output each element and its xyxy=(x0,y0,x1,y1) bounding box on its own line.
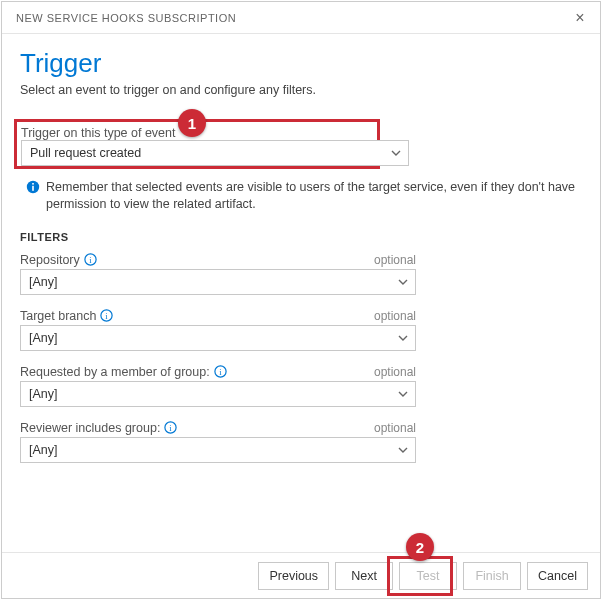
repository-select[interactable]: [Any] xyxy=(20,269,416,295)
info-text: Remember that selected events are visibl… xyxy=(46,179,582,213)
filter-target-branch: Target branch i optional [Any] xyxy=(20,309,582,351)
help-icon[interactable]: i xyxy=(100,309,113,322)
next-button[interactable]: Next xyxy=(335,562,393,590)
filter-label: Target branch xyxy=(20,309,96,323)
service-hooks-dialog: NEW SERVICE HOOKS SUBSCRIPTION × Trigger… xyxy=(1,1,601,599)
cancel-button[interactable]: Cancel xyxy=(527,562,588,590)
finish-button: Finish xyxy=(463,562,521,590)
previous-button[interactable]: Previous xyxy=(258,562,329,590)
filter-repository: Repository i optional [Any] xyxy=(20,253,582,295)
info-row: Remember that selected events are visibl… xyxy=(20,179,582,213)
requested-by-value: [Any] xyxy=(29,387,58,401)
reviewer-group-select[interactable]: [Any] xyxy=(20,437,416,463)
optional-tag: optional xyxy=(374,253,416,267)
reviewer-group-value: [Any] xyxy=(29,443,58,457)
svg-text:i: i xyxy=(170,423,173,433)
filters-section: Repository i optional [Any] xyxy=(20,253,582,463)
event-type-value: Pull request created xyxy=(30,146,141,160)
help-icon[interactable]: i xyxy=(214,365,227,378)
page-title: Trigger xyxy=(20,48,582,79)
filter-label: Reviewer includes group: xyxy=(20,421,160,435)
help-icon[interactable]: i xyxy=(164,421,177,434)
optional-tag: optional xyxy=(374,365,416,379)
event-type-select[interactable]: Pull request created xyxy=(21,140,409,166)
filter-requested-by: Requested by a member of group: i option… xyxy=(20,365,582,407)
help-icon[interactable]: i xyxy=(84,253,97,266)
filter-reviewer-group: Reviewer includes group: i optional [Any… xyxy=(20,421,582,463)
target-branch-select[interactable]: [Any] xyxy=(20,325,416,351)
dialog-footer: 2 Previous Next Test Finish Cancel xyxy=(2,552,600,598)
close-icon[interactable]: × xyxy=(570,9,590,27)
repository-value: [Any] xyxy=(29,275,58,289)
optional-tag: optional xyxy=(374,309,416,323)
svg-text:i: i xyxy=(219,367,222,377)
info-icon xyxy=(26,180,40,213)
requested-by-select[interactable]: [Any] xyxy=(20,381,416,407)
chevron-down-icon xyxy=(397,332,409,344)
page-subtitle: Select an event to trigger on and config… xyxy=(20,83,582,97)
filters-heading: FILTERS xyxy=(20,231,582,243)
annotation-badge-2: 2 xyxy=(406,533,434,561)
annotation-badge-1: 1 xyxy=(178,109,206,137)
filter-label: Requested by a member of group: xyxy=(20,365,210,379)
chevron-down-icon xyxy=(397,444,409,456)
dialog-header: NEW SERVICE HOOKS SUBSCRIPTION × xyxy=(2,2,600,34)
svg-rect-1 xyxy=(32,186,34,191)
svg-text:i: i xyxy=(106,311,109,321)
filter-label: Repository xyxy=(20,253,80,267)
dialog-title: NEW SERVICE HOOKS SUBSCRIPTION xyxy=(16,12,236,24)
optional-tag: optional xyxy=(374,421,416,435)
chevron-down-icon xyxy=(390,147,402,159)
dialog-body: Trigger Select an event to trigger on an… xyxy=(2,34,600,552)
target-branch-value: [Any] xyxy=(29,331,58,345)
test-button: Test xyxy=(399,562,457,590)
svg-text:i: i xyxy=(89,255,92,265)
chevron-down-icon xyxy=(397,388,409,400)
chevron-down-icon xyxy=(397,276,409,288)
svg-rect-2 xyxy=(32,183,34,185)
